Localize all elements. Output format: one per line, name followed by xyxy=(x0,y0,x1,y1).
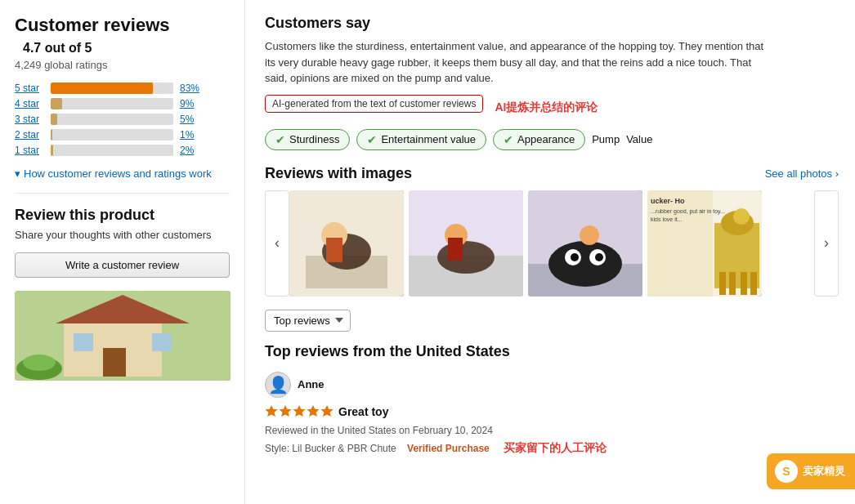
svg-marker-43 xyxy=(265,404,277,416)
tag-appearance[interactable]: ✔ Appearance xyxy=(493,129,585,150)
buyer-annotation: 买家留下的人工评论 xyxy=(504,441,607,454)
svg-rect-17 xyxy=(326,238,342,262)
bar-pct-4star[interactable]: 9% xyxy=(180,98,204,109)
review-star-1 xyxy=(265,404,278,420)
avatar: 👤 xyxy=(265,372,291,398)
ai-annotation: AI提炼并总结的评论 xyxy=(495,100,598,115)
svg-rect-9 xyxy=(74,333,93,351)
svg-point-12 xyxy=(23,355,56,371)
stars-row: 4.7 out of 5 xyxy=(15,41,230,56)
bar-pct-1star[interactable]: 2% xyxy=(180,145,204,156)
bar-fill-1star xyxy=(51,145,53,156)
global-ratings: 4,249 global ratings xyxy=(15,59,230,71)
svg-rect-40 xyxy=(729,272,736,295)
svg-point-25 xyxy=(548,241,622,287)
chevron-down-icon: ▾ xyxy=(15,167,20,180)
carousel-prev-button[interactable]: ‹ xyxy=(265,190,289,297)
product-image-placeholder xyxy=(15,291,231,381)
review-image-3[interactable] xyxy=(528,190,642,297)
svg-point-30 xyxy=(580,225,599,245)
bar-label-1star[interactable]: 1 star xyxy=(15,145,44,156)
bar-track-3star xyxy=(51,114,173,125)
review-product-title: Review this product xyxy=(15,207,230,224)
svg-marker-45 xyxy=(293,404,305,416)
svg-point-29 xyxy=(595,253,603,261)
carousel-next-button[interactable]: › xyxy=(814,190,839,297)
check-icon-entertainment: ✔ xyxy=(367,133,377,146)
seller-badge[interactable]: S 卖家精灵 xyxy=(767,453,855,489)
bar-track-4star xyxy=(51,98,173,109)
write-review-button[interactable]: Write a customer review xyxy=(15,252,230,278)
bar-row-3star: 3 star 5% xyxy=(15,114,230,125)
right-panel: Customers say Customers like the sturdin… xyxy=(245,0,855,504)
how-ratings-link[interactable]: ▾ How customer reviews and ratings work xyxy=(15,167,230,180)
bar-label-4star[interactable]: 4 star xyxy=(15,98,44,109)
check-icon-sturdiness: ✔ xyxy=(275,133,285,146)
bar-row-5star: 5 star 83% xyxy=(15,83,230,94)
product-image-svg xyxy=(15,291,231,381)
review-image-4[interactable]: ucker- Ho ...rubber good, put air in toy… xyxy=(647,190,762,297)
svg-rect-32 xyxy=(647,190,713,297)
svg-point-38 xyxy=(733,208,750,225)
sort-select[interactable]: Top reviews Most recent xyxy=(265,310,351,332)
review-product-sub: Share your thoughts with other customers xyxy=(15,229,230,241)
divider-1 xyxy=(15,193,230,194)
left-panel: Customer reviews xyxy=(0,0,245,504)
reviewer-name: Anne xyxy=(298,378,325,390)
review-image-2[interactable] xyxy=(409,190,523,297)
stars xyxy=(15,42,18,55)
verified-purchase-badge: Verified Purchase xyxy=(407,443,490,454)
reviews-images-title: Reviews with images xyxy=(265,165,412,182)
tag-entertainment-value[interactable]: ✔ Entertainment value xyxy=(356,129,486,150)
bar-row-2star: 2 star 1% xyxy=(15,129,230,140)
review-image-1[interactable] xyxy=(289,190,404,297)
customers-say-text: Customers like the sturdiness, entertain… xyxy=(265,38,772,87)
images-strip: ucker- Ho ...rubber good, put air in toy… xyxy=(289,190,814,297)
review-star-5 xyxy=(320,404,333,420)
rating-text: 4.7 out of 5 xyxy=(23,41,92,56)
review-img-1-svg xyxy=(289,190,404,297)
svg-text:ucker- Ho: ucker- Ho xyxy=(651,197,685,205)
review-stars-row: Great toy xyxy=(265,404,839,420)
check-icon-appearance: ✔ xyxy=(504,133,513,146)
reviews-images-header: Reviews with images See all photos › xyxy=(265,165,839,182)
svg-rect-22 xyxy=(448,238,463,261)
review-style: Style: Lil Bucker & PBR Chute xyxy=(265,443,396,454)
svg-marker-47 xyxy=(320,404,333,416)
bar-label-2star[interactable]: 2 star xyxy=(15,129,44,140)
see-photos-link[interactable]: See all photos › xyxy=(765,167,839,180)
review-stars xyxy=(265,404,333,420)
top-reviews-title: Top reviews from the United States xyxy=(265,343,839,360)
tag-value[interactable]: Value xyxy=(626,133,652,145)
bar-pct-5star[interactable]: 83% xyxy=(180,83,204,94)
bar-fill-4star xyxy=(51,98,62,109)
svg-text:kids love it...: kids love it... xyxy=(651,216,683,222)
product-image-box xyxy=(15,291,231,381)
review-meta: Reviewed in the United States on Februar… xyxy=(265,425,839,436)
svg-rect-8 xyxy=(103,348,126,377)
tag-sturdiness[interactable]: ✔ Sturdiness xyxy=(265,129,350,150)
bar-track-5star xyxy=(51,83,173,94)
seller-icon: S xyxy=(775,460,798,483)
svg-marker-46 xyxy=(307,404,319,416)
bar-pct-2star[interactable]: 1% xyxy=(180,129,204,140)
review-star-4 xyxy=(307,404,320,420)
ai-badge-row: AI-generated from the text of customer r… xyxy=(265,95,839,121)
review-title: Great toy xyxy=(338,405,388,418)
section-title: Customer reviews xyxy=(15,15,230,36)
bar-label-5star[interactable]: 5 star xyxy=(15,83,44,94)
bar-fill-2star xyxy=(51,129,52,140)
bar-pct-3star[interactable]: 5% xyxy=(180,114,204,125)
bar-fill-3star xyxy=(51,114,57,125)
reviewer-row: 👤 Anne xyxy=(265,372,839,398)
svg-rect-39 xyxy=(719,272,726,295)
tag-pump[interactable]: Pump xyxy=(592,133,620,145)
review-date: Reviewed in the United States on Februar… xyxy=(265,425,493,436)
sort-row: Top reviews Most recent xyxy=(265,310,839,332)
svg-point-28 xyxy=(571,253,579,261)
bar-row-4star: 4 star 9% xyxy=(15,98,230,109)
rating-bars: 5 star 83% 4 star 9% 3 star 5% xyxy=(15,83,230,156)
bar-label-3star[interactable]: 3 star xyxy=(15,114,44,125)
review-item: 👤 Anne Great toy Reviewed in the United … xyxy=(265,372,839,456)
bar-row-1star: 1 star 2% xyxy=(15,145,230,156)
